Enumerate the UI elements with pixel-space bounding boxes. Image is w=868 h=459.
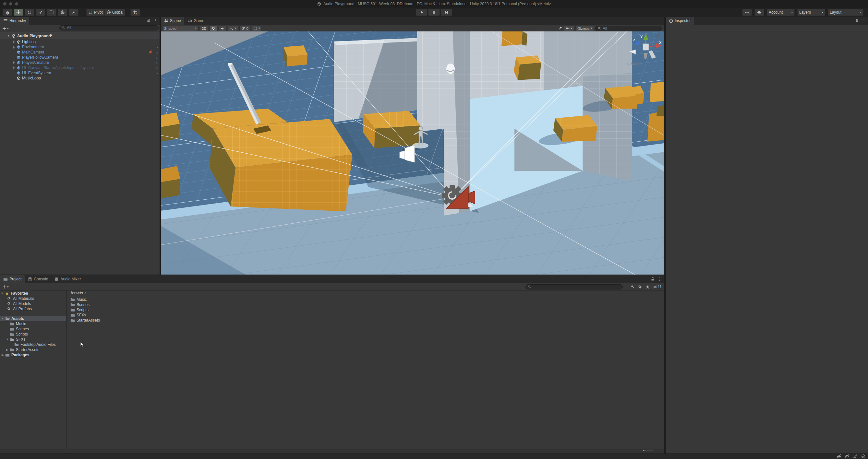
open-prefab-arrow-icon[interactable]: › [156,50,158,55]
create-object-button[interactable] [2,26,6,31]
transform-tool-button[interactable] [58,9,67,16]
open-prefab-arrow-icon[interactable]: › [156,55,158,60]
foldout-open-icon[interactable]: ▼ [7,34,10,37]
orange-box[interactable] [501,31,527,46]
asset-folder-music[interactable]: Music [66,297,664,302]
project-search-field[interactable] [525,284,623,290]
global-toggle-button[interactable]: Global [105,9,126,16]
cloud-collab-button[interactable] [754,9,764,16]
account-dropdown[interactable]: Account▾ [767,9,795,16]
debugger-disabled-icon[interactable] [837,454,841,458]
expander-icon[interactable] [12,40,16,43]
tree-item-assets[interactable]: ▼Assets [0,316,66,321]
expander-icon[interactable] [12,66,16,69]
scene-row-audio-playground[interactable]: ▼ Audio-Playground* ⋮ [0,32,160,39]
scene-visibility-button[interactable]: 0 [239,26,250,31]
foldout-icon[interactable]: ▼ [1,317,5,320]
expander-icon[interactable] [12,46,16,48]
tab-project[interactable]: Project [0,275,25,283]
favorites-root[interactable]: ▼ Favorites [0,291,66,296]
panel-menu-icon[interactable]: ⋮ [657,276,662,282]
lock-icon[interactable] [855,19,859,23]
open-prefab-arrow-icon[interactable]: › [156,45,158,50]
lock-icon[interactable] [650,277,655,282]
hierarchy-search-field[interactable]: All [59,25,159,30]
hierarchy-item-environment[interactable]: Environment› [0,44,160,50]
window-controls[interactable] [3,2,18,5]
play-button[interactable] [416,9,428,16]
custom-editor-tool-button[interactable] [69,9,79,16]
chevron-down-icon[interactable]: ▾ [7,286,9,289]
favorite-all-models[interactable]: All Models [0,301,66,306]
chevron-down-icon[interactable]: ▾ [7,27,9,30]
search-by-type-icon[interactable] [630,285,635,289]
foldout-icon[interactable]: ▶ [1,353,5,357]
grid-snapping-button[interactable] [130,9,140,16]
tree-item-starterassets[interactable]: ▶StarterAssets [0,347,66,352]
camera-settings-dropdown[interactable]: ▾ [564,26,575,31]
component-tools-icon[interactable] [558,26,562,30]
open-prefab-arrow-icon[interactable]: › [156,71,158,75]
layers-dropdown[interactable]: Layers▾ [797,9,825,16]
collab-disabled-icon[interactable] [845,454,849,458]
panel-menu-icon[interactable]: ⋮ [153,18,158,23]
orange-box[interactable] [283,45,308,66]
save-search-icon[interactable] [646,285,650,289]
tab-inspector[interactable]: Inspector [665,17,694,25]
hierarchy-item-playerfollowcamera[interactable]: PlayerFollowCamera› [0,55,160,60]
auto-refresh-disabled-icon[interactable] [853,454,857,458]
tree-item-packages[interactable]: ▶Packages [0,352,66,358]
rect-tool-button[interactable] [47,9,56,16]
favorite-all-prefabs[interactable]: All Prefabs [0,306,66,312]
open-prefab-arrow-icon[interactable]: › [156,65,158,70]
hierarchy-item-ui-eventsystem[interactable]: UI_EventSystem› [0,70,160,75]
pause-button[interactable] [428,9,440,16]
progress-ok-icon[interactable] [861,454,865,458]
scene-effects-button[interactable]: ▾ [228,26,238,31]
layout-dropdown[interactable]: Layout▾ [828,9,864,16]
tab-hierarchy[interactable]: Hierarchy [0,17,29,25]
search-by-label-icon[interactable] [638,285,642,289]
open-prefab-arrow-icon[interactable]: › [156,60,158,65]
tab-scene[interactable]: Scene [161,17,184,25]
foldout-icon[interactable]: ▶ [5,348,9,351]
rotate-tool-button[interactable] [25,9,34,16]
expander-icon[interactable] [12,61,16,64]
sphere-gizmo[interactable] [446,64,455,74]
panel-menu-icon[interactable]: ⋮ [862,18,866,23]
breadcrumb[interactable]: Assets › [66,290,664,296]
hidden-packages-toggle[interactable]: 11 [653,285,662,289]
grid-visibility-button[interactable]: ▾ [252,26,262,31]
tab-game[interactable]: Game [184,17,208,25]
hierarchy-item-playerarmature[interactable]: PlayerArmature› [0,60,160,65]
2d-toggle-button[interactable]: 2D [200,26,208,31]
progress-status-button[interactable] [742,9,752,16]
asset-folder-scripts[interactable]: Scripts [66,307,664,313]
shading-mode-dropdown[interactable]: Shaded▾ [162,26,198,31]
icon-size-slider[interactable] [634,450,661,451]
scene-viewport[interactable]: y x z ‹ Persp [161,31,664,274]
asset-folder-scenes[interactable]: Scenes [66,302,664,307]
scene-search-field[interactable]: All [595,26,662,31]
tree-item-sfxs[interactable]: ▼SFXs [0,337,66,342]
hierarchy-item-lighting[interactable]: Lighting [0,39,160,44]
hierarchy-item-maincamera[interactable]: MainCamera› [0,50,160,55]
pivot-toggle-button[interactable]: Pivot [86,9,105,16]
scene-lighting-button[interactable] [210,26,217,31]
scene-menu-icon[interactable]: ⋮ [153,33,157,38]
scene-audio-button[interactable] [219,26,226,31]
scale-tool-button[interactable] [36,9,45,16]
tree-item-scenes[interactable]: Scenes [0,326,66,332]
tree-item-music[interactable]: Music [0,321,66,326]
favorite-all-materials[interactable]: All Materials [0,296,66,301]
tab-audio-mixer[interactable]: Audio Mixer [51,275,84,283]
move-tool-button[interactable] [13,9,23,16]
gizmos-dropdown[interactable]: Gizmos▾ [576,26,594,31]
foldout-icon[interactable]: ▼ [5,338,9,341]
create-asset-button[interactable] [2,285,6,289]
tab-console[interactable]: Console [25,275,51,283]
tree-item-scripts[interactable]: Scripts [0,332,66,337]
asset-folder-starterassets[interactable]: StarterAssets [66,318,664,323]
asset-folder-sfxs[interactable]: SFXs [66,313,664,318]
tree-item-footstep-audio-files[interactable]: Footstep Audio Files [0,342,66,347]
